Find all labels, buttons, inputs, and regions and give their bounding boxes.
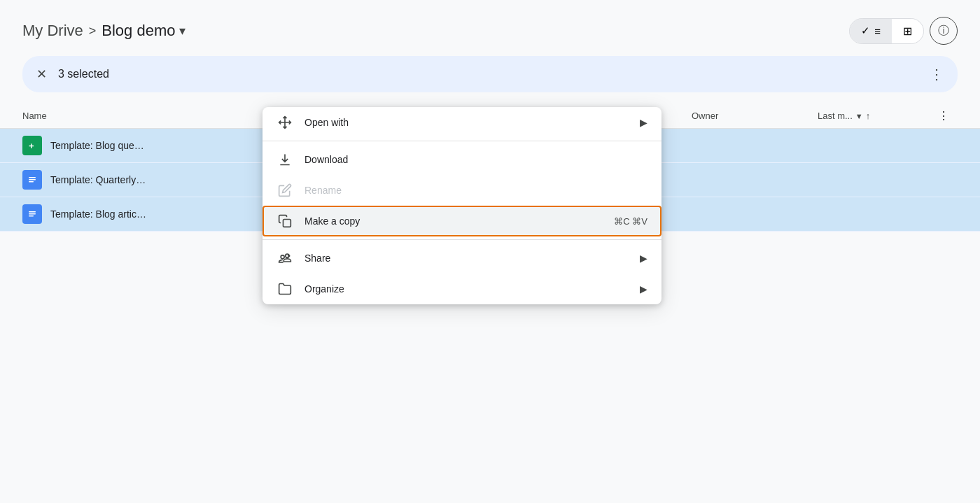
info-icon: ⓘ	[938, 24, 949, 38]
more-columns-icon[interactable]: ⋮	[938, 110, 949, 122]
clear-selection-button[interactable]: ✕	[36, 66, 47, 82]
sheets-icon: +	[22, 136, 42, 155]
share-icon	[276, 250, 293, 267]
svg-rect-4	[29, 179, 36, 180]
menu-shortcut: ⌘C ⌘V	[614, 216, 648, 227]
svg-text:+: +	[29, 141, 34, 151]
file-name[interactable]: Template: Blog que…	[50, 140, 260, 151]
move-icon	[276, 114, 293, 131]
menu-item-label: Rename	[304, 185, 648, 196]
breadcrumb: My Drive > Blog demo ▾	[22, 22, 186, 40]
submenu-arrow-icon: ▶	[640, 253, 648, 264]
docs-icon	[22, 204, 42, 224]
organize-icon	[276, 281, 293, 297]
copy-icon	[276, 213, 293, 229]
menu-item-rename: Rename	[262, 175, 662, 206]
grid-icon: ⊞	[903, 24, 912, 38]
menu-item-share[interactable]: Share ▶	[262, 243, 662, 274]
svg-rect-6	[284, 220, 291, 227]
menu-item-open-with[interactable]: Open with ▶	[262, 107, 662, 138]
menu-divider	[262, 239, 662, 240]
modified-label: Last m...	[818, 111, 853, 121]
breadcrumb-separator: >	[89, 24, 97, 38]
sort-direction-icon: ↑	[866, 111, 871, 121]
menu-item-label: Download	[304, 154, 648, 165]
grid-view-button[interactable]: ⊞	[892, 19, 923, 43]
download-icon	[276, 151, 293, 168]
selection-bar: ✕ 3 selected ⋮	[22, 56, 958, 92]
column-more: ⋮	[930, 109, 958, 122]
svg-rect-5	[29, 181, 34, 183]
list-view-button[interactable]: ✓ ≡	[850, 19, 892, 43]
my-drive-link[interactable]: My Drive	[22, 22, 83, 40]
file-list: + Template: Blog que… 10:23 AM ⋮ Templat…	[0, 129, 980, 232]
docs-icon	[22, 170, 42, 190]
context-menu: Open with ▶ Download Rename	[262, 107, 662, 304]
rename-icon	[276, 182, 293, 199]
svg-rect-11	[29, 213, 36, 215]
menu-item-make-copy[interactable]: Make a copy ⌘C ⌘V	[262, 206, 662, 236]
view-toggle: ✓ ≡ ⊞	[849, 18, 924, 44]
menu-item-label: Organize	[304, 283, 629, 295]
info-button[interactable]: ⓘ	[930, 17, 958, 45]
svg-rect-3	[29, 177, 36, 178]
menu-item-label: Make a copy	[304, 215, 603, 227]
current-folder-label: Blog demo	[102, 22, 175, 40]
menu-item-download[interactable]: Download	[262, 144, 662, 175]
current-folder-button[interactable]: Blog demo ▾	[102, 22, 186, 40]
svg-line-8	[288, 255, 289, 255]
svg-rect-10	[29, 211, 36, 213]
selection-count: 3 selected	[58, 68, 918, 80]
svg-rect-12	[29, 215, 34, 217]
submenu-arrow-icon: ▶	[640, 117, 648, 128]
menu-divider	[262, 141, 662, 141]
column-header-modified[interactable]: Last m... ▼ ↑	[818, 111, 930, 121]
header-actions: ✓ ≡ ⊞ ⓘ	[849, 17, 958, 45]
file-name[interactable]: Template: Quarterly…	[50, 174, 260, 185]
submenu-arrow-icon: ▶	[640, 283, 648, 295]
menu-item-label: Open with	[304, 117, 629, 128]
column-header-owner[interactable]: Owner	[692, 111, 818, 121]
chevron-down-icon: ▾	[179, 23, 186, 38]
list-lines-icon: ≡	[874, 25, 881, 37]
table-row: Template: Quarterly… 10:25 AM ⋮ Open wit…	[0, 163, 980, 197]
sort-indicator-icon: ▼	[855, 112, 863, 120]
file-name[interactable]: Template: Blog artic…	[50, 208, 260, 220]
selection-more-button[interactable]: ⋮	[930, 66, 944, 83]
menu-item-organize[interactable]: Organize ▶	[262, 274, 662, 304]
header: My Drive > Blog demo ▾ ✓ ≡ ⊞ ⓘ	[0, 0, 980, 56]
checkmark-list-icon: ✓	[861, 24, 870, 37]
menu-item-label: Share	[304, 253, 629, 264]
